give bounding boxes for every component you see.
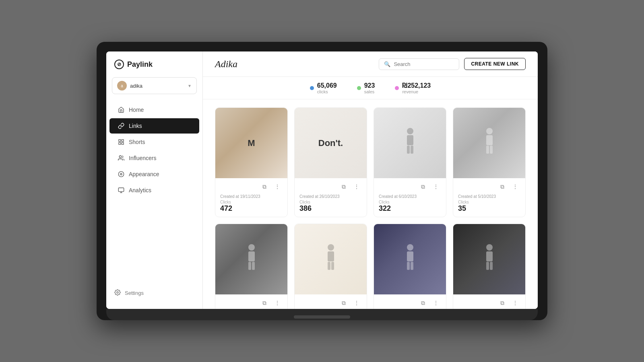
- copy-button[interactable]: ⧉: [259, 298, 270, 308]
- sidebar-item-appearance[interactable]: Appearance: [109, 167, 199, 182]
- link-card-8[interactable]: ⧉ ⋮ Created at 2/10/2023 Clicks 433: [453, 224, 526, 309]
- revenue-label: revenue: [402, 89, 431, 94]
- sidebar-label-appearance: Appearance: [129, 171, 159, 177]
- card-info: ⧉ ⋮ Created at 26/10/2023 Clicks 386: [299, 181, 362, 213]
- card-info: ⧉ ⋮ Created at 4/10/2023 Clicks 419: [299, 298, 362, 309]
- svg-rect-30: [411, 262, 413, 270]
- link-card-3[interactable]: ⧉ ⋮ Created at 6/10/2023 Clicks 322: [374, 107, 446, 217]
- link-card-7[interactable]: ⧉ ⋮ Created at 4/10/2023 Clicks 418: [374, 224, 446, 309]
- svg-rect-17: [486, 146, 489, 154]
- influencers-icon: [118, 154, 125, 162]
- svg-rect-14: [411, 146, 413, 154]
- search-input[interactable]: [394, 61, 454, 67]
- svg-rect-25: [328, 262, 330, 270]
- brand-logo: Adika: [215, 59, 237, 70]
- svg-rect-34: [490, 262, 493, 270]
- card-footer: ⧉ ⋮ Created at 2/10/2023 Clicks 433: [453, 294, 525, 309]
- card-info: ⧉ ⋮ Created at 19/11/2023 Clicks 472: [220, 181, 283, 213]
- settings-label: Settings: [125, 290, 144, 296]
- sidebar-label-shorts: Shorts: [129, 139, 145, 145]
- app-logo: ⊘ Paylink: [106, 60, 202, 77]
- more-options-button[interactable]: ⋮: [431, 298, 441, 308]
- sidebar-item-home[interactable]: Home: [109, 102, 199, 117]
- copy-button[interactable]: ⧉: [497, 181, 508, 192]
- more-options-button[interactable]: ⋮: [351, 181, 362, 192]
- more-options-button[interactable]: ⋮: [351, 298, 362, 308]
- copy-button[interactable]: ⧉: [339, 298, 349, 308]
- more-options-button[interactable]: ⋮: [510, 181, 520, 192]
- sidebar-label-links: Links: [129, 123, 142, 129]
- link-card-6[interactable]: ⧉ ⋮ Created at 4/10/2023 Clicks 419: [294, 224, 367, 309]
- sidebar-item-shorts[interactable]: Shorts: [109, 134, 199, 150]
- card-date: Created at 6/10/2023: [379, 194, 441, 199]
- sidebar-label-analytics: Analytics: [129, 187, 151, 193]
- card-clicks-value: 472: [220, 204, 283, 213]
- copy-button[interactable]: ⧉: [497, 298, 508, 308]
- card-date: Created at 5/10/2023: [458, 194, 520, 199]
- more-options-button[interactable]: ⋮: [272, 298, 283, 308]
- search-icon: 🔍: [384, 61, 390, 67]
- sidebar: ⊘ Paylink a adika ▼ Home: [106, 51, 203, 309]
- link-card-1[interactable]: M ⧉ ⋮ Created at 19/11/2023 Clicks 472: [215, 107, 288, 217]
- svg-rect-16: [486, 135, 493, 145]
- card-clicks-label: Clicks: [220, 200, 283, 204]
- revenue-dot: [395, 86, 399, 90]
- link-card-4[interactable]: ⧉ ⋮ Created at 5/10/2023 Clicks 35: [453, 107, 526, 217]
- svg-rect-28: [407, 251, 413, 261]
- copy-button[interactable]: ⧉: [259, 181, 270, 192]
- logo-icon: ⊘: [114, 60, 124, 69]
- sales-dot: [357, 86, 361, 90]
- more-options-button[interactable]: ⋮: [510, 298, 520, 308]
- svg-point-6: [120, 173, 122, 175]
- link-card-2[interactable]: Don't. ⧉ ⋮ Created at 26/10/2023 Clicks …: [294, 107, 367, 217]
- card-action-buttons: ⧉ ⋮: [299, 298, 362, 308]
- sales-value: 923: [364, 82, 375, 89]
- more-options-button[interactable]: ⋮: [272, 181, 283, 192]
- card-image: [374, 108, 446, 178]
- sidebar-item-links[interactable]: Links: [109, 118, 199, 134]
- sidebar-item-influencers[interactable]: Influencers: [109, 150, 199, 166]
- sidebar-item-analytics[interactable]: Analytics: [109, 183, 199, 198]
- card-date: Created at 26/10/2023: [299, 194, 362, 199]
- create-new-link-button[interactable]: CREATE NEW LINK: [464, 58, 526, 70]
- card-footer: ⧉ ⋮ Created at 26/10/2023 Clicks 386: [295, 178, 367, 217]
- copy-button[interactable]: ⧉: [418, 181, 428, 192]
- search-box[interactable]: 🔍: [379, 58, 459, 70]
- link-icon: [118, 122, 125, 130]
- card-clicks-value: 322: [379, 204, 441, 213]
- card-image: [215, 224, 287, 294]
- settings-icon: [114, 289, 121, 297]
- card-action-buttons: ⧉ ⋮: [220, 181, 283, 192]
- link-card-5[interactable]: ⧉ ⋮ Created at 5/10/2023 Clicks 253: [215, 224, 288, 309]
- svg-point-19: [248, 244, 255, 251]
- copy-button[interactable]: ⧉: [339, 181, 349, 192]
- stat-sales: 923 sales: [357, 82, 375, 94]
- user-selector[interactable]: a adika ▼: [112, 77, 197, 94]
- card-info: ⧉ ⋮ Created at 2/10/2023 Clicks 433: [458, 298, 520, 309]
- svg-rect-0: [119, 140, 121, 142]
- card-image-text: Don't.: [318, 139, 343, 148]
- svg-rect-21: [248, 262, 251, 270]
- svg-rect-13: [407, 146, 410, 154]
- card-action-buttons: ⧉ ⋮: [458, 298, 520, 308]
- clicks-dot: [310, 86, 314, 90]
- clicks-value: 65,069: [317, 82, 337, 89]
- card-footer: ⧉ ⋮ Created at 5/10/2023 Clicks 35: [453, 178, 525, 217]
- card-footer: ⧉ ⋮ Created at 4/10/2023 Clicks 419: [295, 294, 367, 309]
- appearance-icon: [118, 171, 125, 178]
- page-header: Adika 🔍 CREATE NEW LINK: [203, 51, 538, 77]
- card-action-buttons: ⧉ ⋮: [220, 298, 283, 308]
- sidebar-label-influencers: Influencers: [129, 155, 156, 161]
- more-options-button[interactable]: ⋮: [431, 181, 441, 192]
- card-image: M: [215, 108, 287, 178]
- sales-label: sales: [364, 89, 375, 94]
- user-name: adika: [130, 83, 184, 89]
- card-image: Don't.: [295, 108, 367, 178]
- copy-button[interactable]: ⧉: [418, 298, 428, 308]
- svg-rect-20: [248, 251, 255, 261]
- svg-rect-32: [486, 251, 493, 261]
- settings-item[interactable]: Settings: [106, 285, 202, 301]
- card-info: ⧉ ⋮ Created at 4/10/2023 Clicks 418: [379, 298, 441, 309]
- card-date: Created at 19/11/2023: [220, 194, 283, 199]
- card-clicks-label: Clicks: [299, 200, 362, 204]
